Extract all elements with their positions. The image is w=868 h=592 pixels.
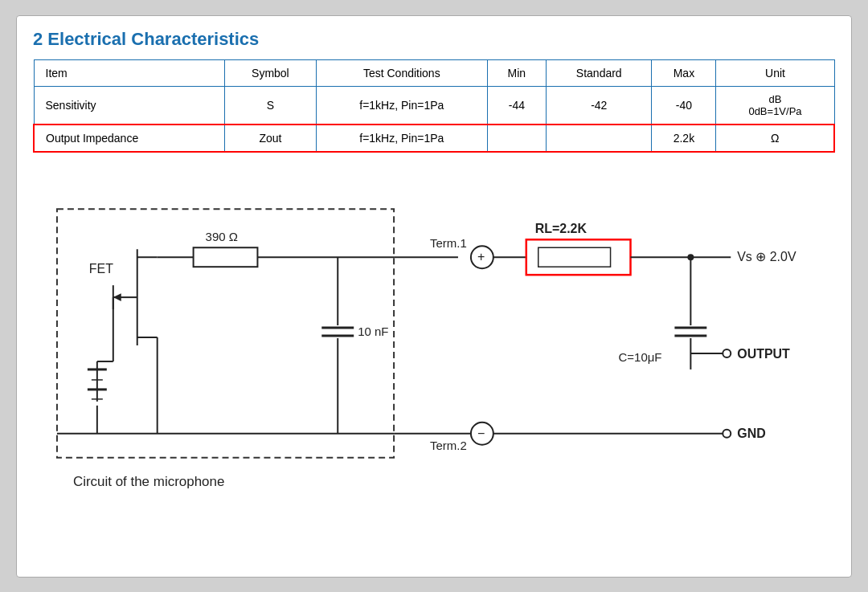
circuit-diagram: FET bbox=[33, 177, 835, 514]
rl-label: RL=2.2K bbox=[535, 222, 588, 235]
svg-rect-18 bbox=[194, 247, 258, 267]
col-header-symbol: Symbol bbox=[224, 59, 316, 86]
output-label: OUTPUT bbox=[737, 346, 790, 360]
resistor1-label: 390 Ω bbox=[206, 230, 238, 243]
fet-label: FET bbox=[89, 262, 113, 276]
svg-marker-6 bbox=[113, 293, 121, 301]
svg-rect-0 bbox=[57, 209, 394, 457]
svg-point-43 bbox=[723, 429, 731, 437]
svg-point-38 bbox=[723, 349, 731, 357]
svg-text:−: − bbox=[477, 426, 485, 439]
col-header-unit: Unit bbox=[716, 59, 834, 86]
term2-label: Term.2 bbox=[430, 438, 467, 451]
col-header-standard: Standard bbox=[547, 59, 652, 86]
section-title: 2 Electrical Characteristics bbox=[33, 29, 835, 50]
cell-item: Sensitivity bbox=[34, 86, 224, 125]
vs-label: Vs ⊕ 2.0V bbox=[737, 250, 796, 263]
cell-symbol: Zout bbox=[224, 125, 316, 152]
characteristics-table: Item Symbol Test Conditions Min Standard… bbox=[33, 59, 835, 153]
gnd-label: GND bbox=[737, 426, 765, 439]
table-header-row: Item Symbol Test Conditions Min Standard… bbox=[34, 59, 834, 86]
col-header-max: Max bbox=[652, 59, 716, 86]
cell-standard bbox=[547, 125, 652, 152]
cell-symbol: S bbox=[224, 86, 316, 125]
cell-conditions: f=1kHz, Pin=1Pa bbox=[316, 86, 487, 125]
circuit-caption: Circuit of the microphone bbox=[73, 473, 224, 488]
circuit-svg: FET bbox=[33, 177, 835, 514]
cell-unit: Ω bbox=[716, 125, 834, 152]
cell-min: -44 bbox=[487, 86, 546, 125]
main-card: 2 Electrical Characteristics Item Symbol… bbox=[16, 15, 852, 578]
capacitor2-label: C=10μF bbox=[619, 349, 662, 363]
cell-unit: dB0dB=1V/Pa bbox=[716, 86, 834, 125]
col-header-conditions: Test Conditions bbox=[316, 59, 487, 86]
term1-label: Term.1 bbox=[430, 236, 467, 250]
cell-conditions: f=1kHz, Pin=1Pa bbox=[316, 125, 487, 152]
cell-item: Output Impedance bbox=[34, 125, 224, 152]
col-header-min: Min bbox=[487, 59, 546, 86]
cell-min bbox=[487, 125, 546, 152]
cell-max: 2.2k bbox=[652, 125, 716, 152]
table-row-highlighted: Output Impedance Zout f=1kHz, Pin=1Pa 2.… bbox=[34, 125, 834, 152]
col-header-item: Item bbox=[34, 59, 224, 86]
cell-standard: -42 bbox=[547, 86, 652, 125]
capacitor1-label: 10 nF bbox=[358, 325, 388, 338]
svg-text:+: + bbox=[477, 250, 485, 263]
svg-rect-29 bbox=[538, 247, 611, 267]
table-row: Sensitivity S f=1kHz, Pin=1Pa -44 -42 -4… bbox=[34, 86, 834, 125]
cell-max: -40 bbox=[652, 86, 716, 125]
